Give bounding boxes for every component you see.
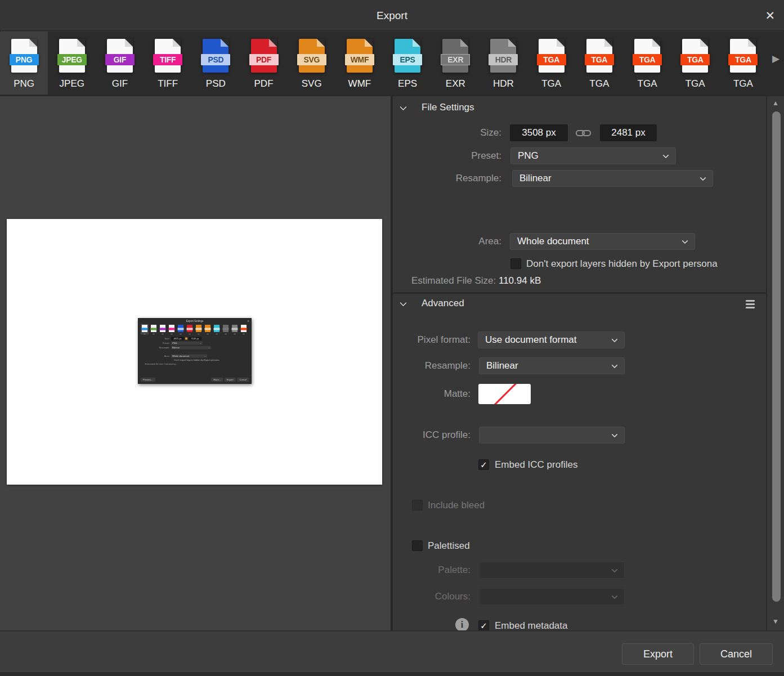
format-badge: GIF [105,54,135,65]
format-tile-gif[interactable]: GIFGIF [96,32,144,95]
info-icon: i [455,618,469,632]
format-tile-tga[interactable]: TGATGA [575,32,623,95]
format-tile-tga[interactable]: TGATGA [671,32,719,95]
chevron-down-icon [682,238,688,244]
chevron-down-icon [611,336,617,342]
file-settings-header[interactable]: File Settings [400,102,474,113]
advanced-menu-icon[interactable] [746,300,755,310]
format-tile-tga[interactable]: TGATGA [527,32,575,95]
format-tile-svg[interactable]: SVGSVG [288,32,335,95]
format-tile-label: TGA [589,78,609,89]
thumb-format-tile: ▬ [159,324,167,335]
thumb-preset-label: Preset: [138,342,170,344]
height-input[interactable]: 2481 px [600,124,657,141]
embed-icc-checkbox[interactable]: ✓ [478,459,489,470]
estimated-file-size: Estimated File Size: 110.94 kB [411,275,541,286]
dialog-title: Export [0,0,784,31]
pixel-format-dropdown[interactable]: Use document format [478,332,625,348]
thumb-estimated-size: Estimated file size: Calculating... [145,362,252,365]
area-row: Area: Whole document [393,233,766,250]
palettised-row: Palettised [393,538,766,554]
area-dropdown[interactable]: Whole document [510,233,695,250]
format-tile-label: TIFF [158,78,178,89]
width-input[interactable]: 3508 px [510,124,568,141]
format-badge: SVG [297,54,326,65]
dont-export-checkbox[interactable] [510,258,521,269]
thumb-checkbox-label: Don't export layers hidden by Export per… [174,359,219,362]
png-file-icon: PNG [11,39,37,73]
matte-label: Matte: [393,384,471,401]
format-tile-label: EPS [398,78,417,89]
format-badge: TGA [680,54,710,65]
thumb-lock-icon [185,338,187,340]
format-badge: EPS [393,54,422,65]
thumb-format-tile: ▬ [150,324,158,335]
embed-icc-label: Embed ICC profiles [495,456,577,473]
palette-label: Palette: [393,562,471,579]
format-tile-eps[interactable]: EPSEPS [384,32,432,95]
chevron-down-icon [611,362,617,368]
format-tile-jpeg[interactable]: JPEGJPEG [48,32,96,95]
pixel-format-label: Pixel format: [393,332,471,348]
advanced-header[interactable]: Advanced [400,298,464,309]
thumb-cancel-button: Cancel [238,378,249,382]
scrollbar-thumb[interactable] [772,111,781,602]
scroll-up-icon[interactable]: ▲ [767,99,784,107]
format-tile-tga[interactable]: TGATGA [623,32,671,95]
format-tile-label: GIF [112,78,128,89]
main-region: Export Settings ✕ ▬▬▬▬▬▬▬▬▬▬▬▬ Size: 487… [0,95,784,630]
format-badge: TIFF [153,54,182,65]
chevron-down-icon [611,431,617,437]
thumb-resample-dropdown: Bilinear⌄ [171,346,211,350]
tga-file-icon: TGA [682,39,708,73]
estimated-file-size-value: 110.94 kB [499,275,541,286]
embed-metadata-checkbox[interactable]: ✓ [478,620,489,631]
format-tile-wmf[interactable]: WMFWMF [335,32,383,95]
format-tile-pdf[interactable]: PDFPDF [240,32,288,95]
thumb-export-button: Export [225,378,236,382]
section-divider [393,292,766,294]
format-tile-label: JPEG [60,78,84,89]
document-canvas: Export Settings ✕ ▬▬▬▬▬▬▬▬▬▬▬▬ Size: 487… [7,219,382,485]
advanced-resample-dropdown[interactable]: Bilinear [479,357,625,374]
preset-label: Preset: [393,147,501,164]
colours-dropdown [479,588,625,605]
chevron-down-icon [611,593,617,599]
thumb-format-tile: ▬ [213,324,221,335]
settings-panel: File Settings Size: 3508 px 2481 px Pres… [393,96,766,632]
tga-file-icon: TGA [539,39,565,73]
resample-row: Resample: Bilinear [393,170,766,187]
matte-swatch[interactable] [478,384,531,404]
icc-profile-label: ICC profile: [393,427,471,444]
thumb-more-button: More... [212,378,223,382]
format-tile-exr[interactable]: EXREXR [432,32,480,95]
strip-scroll-right-icon[interactable]: ▶ [767,32,784,95]
format-tile-psd[interactable]: PSDPSD [192,32,240,95]
resample-dropdown[interactable]: Bilinear [512,170,713,187]
icc-profile-dropdown[interactable] [479,427,625,444]
chevron-down-icon [662,152,669,158]
thumb-format-tile: ▬ [141,324,149,335]
palettised-checkbox[interactable] [412,540,423,551]
link-dimensions-icon[interactable] [576,130,591,136]
format-tile-png[interactable]: PNGPNG [0,32,48,95]
format-tile-label: TGA [638,78,657,89]
format-tile-tiff[interactable]: TIFFTIFF [144,32,192,95]
format-tile-hdr[interactable]: HDRHDR [480,32,527,95]
format-tile-label: WMF [348,78,371,89]
preset-dropdown[interactable]: PNG [510,147,676,164]
export-button[interactable]: Export [622,643,694,665]
export-dialog: Export ✕ PNGPNGJPEGJPEGGIFGIFTIFFTIFFPSD… [0,0,784,676]
colours-label: Colours: [393,588,471,605]
format-badge: WMF [345,54,374,65]
jpeg-file-icon: JPEG [59,39,85,73]
chevron-down-icon [400,103,407,110]
include-bleed-checkbox[interactable] [412,500,423,511]
close-icon[interactable]: ✕ [765,0,775,31]
advanced-title: Advanced [422,298,464,309]
format-tile-tga[interactable]: TGATGA [719,32,767,95]
format-tile-label: HDR [493,78,514,89]
scroll-down-icon[interactable]: ▼ [767,617,784,625]
cancel-button[interactable]: Cancel [700,643,773,665]
chevron-down-icon [700,174,706,181]
